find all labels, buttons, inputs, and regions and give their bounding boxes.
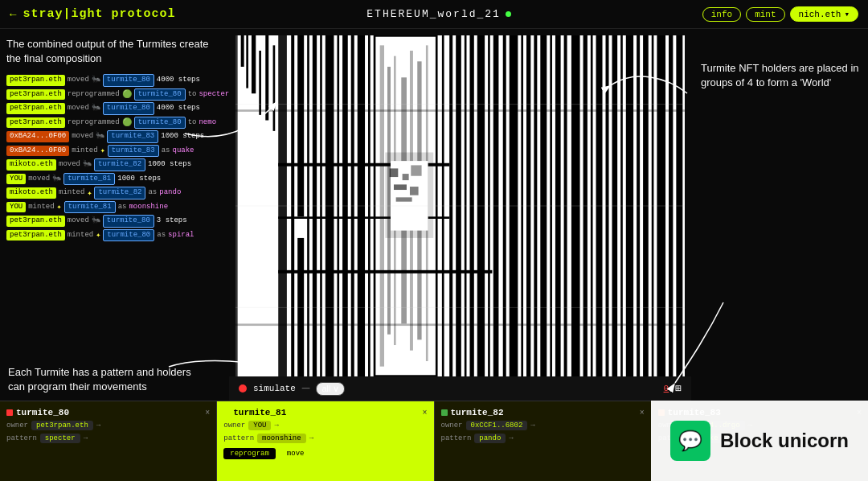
svg-text:💬: 💬	[678, 429, 702, 453]
card-title: turmite_81	[233, 408, 286, 417]
address-tag-you: YOU	[6, 202, 26, 213]
simulate-label: simulate	[253, 384, 296, 393]
watermark-logo: 💬	[670, 421, 710, 461]
address-tag: pet3rpan.eth	[6, 216, 65, 227]
turmite-tag: turmite_80	[103, 229, 154, 242]
address-tag: pet3rpan.eth	[6, 89, 65, 101]
svg-rect-8	[265, 35, 268, 121]
main-area: The combined output of the Turmites crea…	[0, 29, 868, 401]
activity-row-minted: pet3rpan.eth minted ✦ turmite_80 as spir…	[6, 229, 223, 242]
owner-value: 0xCCF1..6802	[466, 421, 528, 430]
pattern-arrow: →	[509, 434, 513, 442]
address-tag: pet3rpan.eth	[6, 103, 65, 114]
svg-rect-7	[259, 51, 261, 115]
svg-rect-71	[390, 168, 399, 177]
svg-rect-74	[394, 184, 407, 190]
svg-rect-5	[252, 35, 256, 93]
user-button[interactable]: nich.eth ▾	[790, 6, 858, 22]
svg-rect-44	[235, 109, 685, 112]
info-button[interactable]: info	[702, 7, 741, 22]
pattern-label: pattern	[223, 434, 254, 442]
chevron-down-icon: ▾	[844, 9, 850, 19]
move-button[interactable]: move	[280, 448, 311, 459]
owner-value: pet3rpan.eth	[31, 421, 93, 430]
svg-rect-43	[278, 270, 492, 273]
card-title: turmite_80	[16, 408, 69, 417]
activity-row: mikoto.eth moved 🐜 turmite_82 1000 steps	[6, 158, 223, 171]
header-left: ← stray|ight protocol	[10, 7, 175, 21]
annotation-right: Turmite NFT holders are placed in groups…	[701, 61, 862, 90]
owner-value: YOU	[248, 421, 271, 430]
owner-label: owner	[441, 421, 463, 430]
svg-rect-45	[235, 323, 685, 326]
reprogram-button[interactable]: reprogram	[223, 448, 276, 459]
svg-rect-75	[410, 187, 419, 195]
annotation-bottom: Each Turmite has a pattern and holders c…	[8, 365, 193, 394]
address-tag: pet3rpan.eth	[6, 117, 65, 129]
activity-row: pet3rpan.eth moved 🐜 turmite_80 4000 ste…	[6, 102, 223, 115]
svg-rect-72	[403, 174, 409, 180]
step-counter: 0	[664, 384, 669, 393]
turmite-card-80: turmite_80 × owner pet3rpan.eth → patter…	[0, 401, 217, 481]
world-status-dot	[506, 11, 511, 17]
all-selector[interactable]: all ∨	[316, 382, 345, 396]
card-close-button[interactable]: ×	[422, 409, 427, 417]
canvas-area: simulate — all ∨ 0 ⊞	[229, 29, 691, 401]
turmite-tag: turmite_81	[64, 201, 116, 214]
grid-icon[interactable]: ⊞	[675, 382, 682, 395]
turmite-tag: turmite_82	[94, 158, 145, 171]
artwork-svg	[235, 35, 685, 376]
card-title: turmite_82	[451, 408, 504, 417]
header-center: ETHEREUM_world_21	[366, 8, 511, 20]
watermark-text: Block unicorn	[720, 430, 849, 452]
activity-row: YOU moved 🐜 turmite_81 1000 steps	[6, 173, 223, 186]
svg-rect-73	[411, 165, 421, 175]
card-color-dot	[441, 409, 448, 416]
simulate-dot	[239, 384, 247, 393]
owner-arrow: →	[530, 421, 534, 430]
svg-rect-76	[396, 197, 412, 201]
turmite-tag: turmite_83	[108, 145, 159, 158]
svg-rect-14	[297, 238, 304, 376]
activity-row: YOU minted ✦ turmite_81 as moonshine	[6, 201, 223, 214]
card-close-button[interactable]: ×	[205, 409, 210, 417]
owner-arrow: →	[96, 421, 100, 430]
address-tag: 0xBA24...0F00	[6, 146, 69, 157]
turmite-tag: turmite_83	[107, 130, 158, 143]
activity-row: mikoto.eth minted ✦ turmite_82 as pando	[6, 187, 223, 199]
owner-arrow: →	[274, 421, 278, 430]
right-panel: Turmite NFT holders are placed in groups…	[691, 29, 868, 401]
activity-row: pet3rpan.eth moved 🐜 turmite_80 4000 ste…	[6, 74, 223, 87]
address-tag: pet3rpan.eth	[6, 75, 65, 86]
pattern-value: moonshine	[257, 434, 306, 443]
activity-row: 0xBA24...0F00 minted ✦ turmite_83 as qua…	[6, 145, 223, 158]
world-title: ETHEREUM_world_21	[366, 8, 501, 20]
address-tag: mikoto.eth	[6, 159, 56, 171]
pattern-value: specter	[40, 434, 80, 443]
turmite-tag: turmite_80	[103, 74, 154, 87]
address-tag: 0xBA24...0F00	[6, 131, 69, 142]
pattern-value: pando	[474, 434, 506, 443]
turmite-tag: turmite_80	[134, 117, 186, 130]
watermark: 💬 Block unicorn	[651, 401, 868, 481]
header: ← stray|ight protocol ETHEREUM_world_21 …	[0, 0, 868, 29]
svg-rect-13	[297, 35, 304, 216]
turmite-card-81: turmite_81 × owner YOU → pattern moonshi…	[217, 401, 434, 481]
card-close-button[interactable]: ×	[640, 409, 645, 417]
mint-button[interactable]: mint	[746, 7, 784, 22]
turmite-card-82: turmite_82 × owner 0xCCF1..6802 → patter…	[435, 401, 652, 481]
pattern-arrow: →	[84, 434, 88, 442]
artwork-container	[235, 35, 685, 376]
svg-rect-10	[273, 45, 276, 130]
app-title: stray|ight protocol	[23, 7, 175, 21]
header-right: info mint nich.eth ▾	[702, 6, 858, 22]
card-color-dot	[223, 409, 230, 416]
pattern-arrow: →	[309, 434, 313, 442]
back-button[interactable]: ←	[10, 8, 16, 21]
owner-label: owner	[6, 421, 28, 430]
turmite-tag: turmite_80	[134, 88, 186, 101]
owner-label: owner	[223, 421, 245, 430]
svg-rect-2	[241, 35, 244, 67]
annotation-top: The combined output of the Turmites crea…	[6, 37, 223, 66]
left-panel: The combined output of the Turmites crea…	[0, 29, 229, 401]
